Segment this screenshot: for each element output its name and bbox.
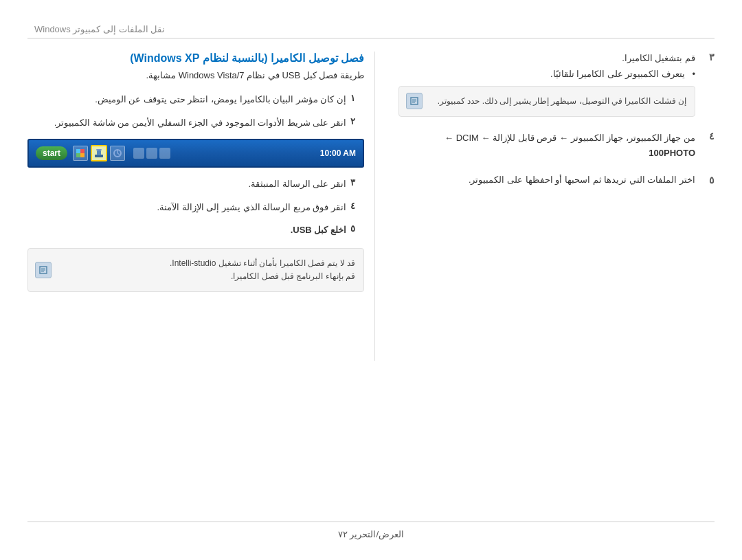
sys-icon-1: [133, 148, 144, 159]
footer: العرض/التحرير ٧٢: [0, 529, 742, 539]
svg-rect-3: [80, 153, 85, 157]
step-1: ١ إن كان مؤشر البيان بالكاميرا يومض، انت…: [27, 93, 364, 107]
svg-line-9: [117, 153, 120, 155]
right-step-4-number: ٤: [701, 131, 715, 142]
taskbar-icons: [73, 145, 320, 161]
taskbar-sys-icons: [133, 148, 170, 159]
right-step-4: ٤ من جهاز الكمبيوتر، جهاز الكمبيوتر ← قر…: [398, 131, 715, 161]
svg-rect-1: [80, 149, 85, 153]
step-4: ٤ انقر فوق مربع الرسالة الذي يشير إلى ال…: [27, 201, 364, 214]
right-step-5-content: اختر الملفات التي تريدها ثم اسحبها أو اح…: [398, 175, 695, 185]
left-column: فصل توصيل الكاميرا (بالنسبة لنظام Window…: [27, 52, 364, 292]
sys-icon-2: [146, 148, 157, 159]
taskbar-icon-highlighted: [91, 145, 107, 161]
step-2: ٢ انقر على شريط الأدوات الموجود في الجزء…: [27, 116, 364, 130]
header-divider: [27, 38, 715, 38]
right-step-4-bold: 100PHOTO: [649, 148, 695, 158]
header-title: نقل الملفات إلى كمبيوتر Windows: [34, 24, 165, 34]
right-step-3: ٣ قم بتشغيل الكاميرا. يتعرف الكمبيوتر عل…: [398, 52, 715, 117]
right-column: ٣ قم بتشغيل الكاميرا. يتعرف الكمبيوتر عل…: [398, 52, 715, 199]
step-3: ٣ انقر على الرسالة المنبثقة.: [27, 177, 364, 191]
right-step-5-number: ٥: [701, 175, 715, 186]
right-note-box: إن فشلت الكاميرا في التوصيل، سيظهر إطار …: [398, 86, 695, 117]
section-subtitle: طريقة فصل كبل USB في نظام Windows Vista/…: [27, 70, 364, 80]
step-3-text: انقر على الرسالة المنبثقة.: [27, 177, 346, 191]
page-container: نقل الملفات إلى كمبيوتر Windows فصل توصي…: [0, 0, 742, 560]
step-4-number: ٤: [350, 201, 364, 211]
right-step-3-content: قم بتشغيل الكاميرا. يتعرف الكمبيوتر على …: [398, 52, 695, 117]
taskbar-screenshot: start: [27, 139, 364, 168]
right-step-3-bullet: يتعرف الكمبيوتر على الكاميرا تلقائيًا.: [398, 69, 695, 79]
start-button: start: [36, 146, 67, 160]
right-step-3-text: قم بتشغيل الكاميرا.: [398, 52, 695, 65]
svg-rect-2: [76, 153, 80, 157]
step-2-text: انقر على شريط الأدوات الموجود في الجزء ا…: [27, 116, 346, 130]
footer-divider: [27, 522, 715, 522]
left-note-text-1: قد لا يتم فصل الكاميرا بأمان أثناء تشغيل…: [56, 257, 355, 283]
note-icon-right: [406, 93, 423, 109]
step-5-number: ٥: [350, 223, 364, 234]
left-note-box: قد لا يتم فصل الكاميرا بأمان أثناء تشغيل…: [27, 248, 364, 292]
column-divider: [374, 52, 375, 361]
right-step-3-number: ٣: [701, 52, 715, 63]
svg-rect-6: [96, 149, 102, 150]
step-2-number: ٢: [350, 116, 364, 126]
svg-rect-0: [76, 149, 80, 153]
right-note-text: إن فشلت الكاميرا في التوصيل، سيظهر إطار …: [427, 95, 686, 108]
step-5: ٥ اخلع كبل USB.: [27, 223, 364, 237]
step-1-text: إن كان مؤشر البيان بالكاميرا يومض، انتظر…: [27, 93, 346, 107]
right-step-4-text-line1: من جهاز الكمبيوتر، جهاز الكمبيوتر ← قرص …: [398, 131, 695, 161]
note-icon-left: [35, 262, 52, 278]
step-3-number: ٣: [350, 177, 364, 188]
taskbar-time: 10:00 AM: [320, 148, 356, 158]
section-title: فصل توصيل الكاميرا (بالنسبة لنظام Window…: [27, 52, 364, 65]
taskbar-icon-2: [110, 146, 125, 161]
step-5-text: اخلع كبل USB.: [27, 223, 346, 237]
svg-rect-5: [97, 150, 101, 155]
right-step-5: ٥ اختر الملفات التي تريدها ثم اسحبها أو …: [398, 175, 715, 186]
taskbar-icon-1: [73, 146, 88, 161]
step-1-number: ١: [350, 93, 364, 103]
sys-icon-3: [159, 148, 170, 159]
right-step-5-text: اختر الملفات التي تريدها ثم اسحبها أو اح…: [398, 175, 695, 185]
right-step-4-content: من جهاز الكمبيوتر، جهاز الكمبيوتر ← قرص …: [398, 131, 695, 161]
step-4-text: انقر فوق مربع الرسالة الذي يشير إلى الإز…: [27, 201, 346, 214]
